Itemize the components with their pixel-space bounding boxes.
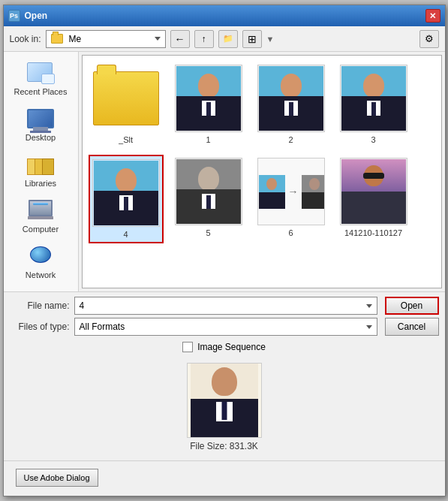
file-label: 141210-110127 <box>344 228 402 237</box>
image-sequence-checkbox[interactable] <box>182 342 193 352</box>
settings-button[interactable]: ⚙ <box>419 30 439 48</box>
head <box>363 74 384 98</box>
file-item-folder-slt[interactable]: _Slt <box>89 62 164 147</box>
sidebar-item-network[interactable]: Network <box>4 240 78 284</box>
computer-icon <box>26 198 56 222</box>
chevron-down-icon <box>366 304 372 308</box>
look-in-value: Me <box>69 34 152 44</box>
folder-thumbnail <box>92 65 160 132</box>
file-label: _Slt <box>119 135 133 144</box>
chevron-down-icon <box>366 325 372 329</box>
photo-thumbnail-4 <box>92 159 160 227</box>
open-dialog: Ps Open ✕ Look in: Me ← ↑ 📁 ⊞ ▼ ⚙ <box>3 5 446 496</box>
title-bar: Ps Open ✕ <box>4 5 445 26</box>
sidebar-item-label-network: Network <box>26 270 56 279</box>
file-name-value: 4 <box>80 300 366 311</box>
sidebar-item-label-libraries: Libraries <box>25 179 56 188</box>
file-type-dropdown[interactable]: All Formats <box>74 318 377 336</box>
photo-thumbnail-141210 <box>340 158 407 225</box>
folder-icon <box>51 34 63 44</box>
file-item-3[interactable]: 3 <box>336 62 411 147</box>
tie <box>371 102 376 116</box>
new-folder-button[interactable]: 📁 <box>218 30 238 48</box>
file-label: 3 <box>371 135 375 144</box>
sunglasses <box>363 173 384 179</box>
content-area: Recent Places Desktop <box>4 52 445 291</box>
use-adobe-dialog-button[interactable]: Use Adobe Dialog <box>16 469 98 487</box>
preview-image <box>191 363 258 438</box>
libraries-icon <box>26 152 56 177</box>
file-item-141210[interactable]: 141210-110127 <box>336 155 411 243</box>
body <box>176 96 241 131</box>
file-type-row: Files of type: All Formats Cancel <box>10 318 439 336</box>
head <box>198 74 219 98</box>
up-button[interactable]: ↑ <box>194 30 214 48</box>
file-grid: _Slt 1 <box>82 55 442 288</box>
photo-6-right <box>302 175 325 209</box>
body <box>176 189 241 224</box>
look-in-dropdown[interactable]: Me <box>46 30 166 48</box>
sidebar-item-label-recent: Recent Places <box>14 87 68 96</box>
desktop-icon <box>26 107 56 131</box>
file-name-label: File name: <box>10 300 70 311</box>
file-item-4[interactable]: 4 <box>89 155 164 243</box>
photo-thumbnail-6: → <box>257 158 325 225</box>
file-label: 1 <box>206 135 210 144</box>
sidebar-item-recent-places[interactable]: Recent Places <box>4 56 78 101</box>
tie <box>289 102 293 116</box>
open-button[interactable]: Open <box>385 297 439 315</box>
app-icon: Ps <box>8 10 20 22</box>
view-button[interactable]: ⊞ <box>242 30 262 48</box>
file-item-1[interactable]: 1 <box>171 62 246 147</box>
file-name-input[interactable]: 4 <box>74 297 377 315</box>
photo-thumbnail-2 <box>257 65 325 132</box>
network-icon <box>26 244 56 268</box>
sidebar-item-desktop[interactable]: Desktop <box>4 102 78 146</box>
file-type-value: All Formats <box>80 321 366 332</box>
photo-1 <box>176 66 241 131</box>
file-size: File Size: 831.3K <box>190 441 258 451</box>
close-button[interactable]: ✕ <box>425 9 440 23</box>
sidebar-item-libraries[interactable]: Libraries <box>4 148 78 192</box>
file-item-5[interactable]: 5 <box>171 155 246 243</box>
look-in-label: Look in: <box>10 34 41 44</box>
file-type-label: Files of type: <box>10 321 70 332</box>
bottom-form: File name: 4 Open Files of type: All For… <box>4 291 445 460</box>
head <box>281 74 302 98</box>
arrow-icon: → <box>288 186 299 198</box>
photo-2 <box>259 66 323 131</box>
image-sequence-label: Image Sequence <box>197 342 266 352</box>
photo-4 <box>94 161 158 225</box>
cancel-button[interactable]: Cancel <box>385 318 439 336</box>
body <box>259 96 323 131</box>
toolbar: Look in: Me ← ↑ 📁 ⊞ ▼ ⚙ <box>4 26 445 52</box>
tie <box>221 402 227 420</box>
head <box>116 168 137 192</box>
file-label: 6 <box>288 228 293 237</box>
sidebar: Recent Places Desktop <box>4 52 79 291</box>
photo-3 <box>341 66 406 131</box>
chevron-down-icon <box>155 37 161 41</box>
sidebar-item-computer[interactable]: Computer <box>4 194 78 238</box>
body <box>94 191 158 225</box>
back-button[interactable]: ← <box>170 30 190 48</box>
sidebar-item-label-desktop: Desktop <box>26 133 56 142</box>
file-name-row: File name: 4 Open <box>10 297 439 315</box>
folder-icon-large <box>93 71 159 125</box>
recent-places-icon <box>26 61 56 85</box>
preview-thumbnail <box>187 363 262 438</box>
file-item-6[interactable]: → 6 <box>254 155 329 243</box>
tie <box>206 195 211 209</box>
preview-area: File Size: 831.3K <box>10 358 439 456</box>
photo-5 <box>176 159 241 224</box>
head <box>212 367 237 396</box>
file-label: 4 <box>123 230 128 239</box>
photo-thumbnail-3 <box>340 65 407 132</box>
file-item-2[interactable]: 2 <box>254 62 329 147</box>
dialog-title: Open <box>25 11 48 21</box>
file-label: 2 <box>288 135 293 144</box>
head <box>198 167 219 191</box>
file-browser: _Slt 1 <box>79 52 445 291</box>
photo-6-left <box>259 175 285 209</box>
photo-colorful <box>341 159 406 224</box>
